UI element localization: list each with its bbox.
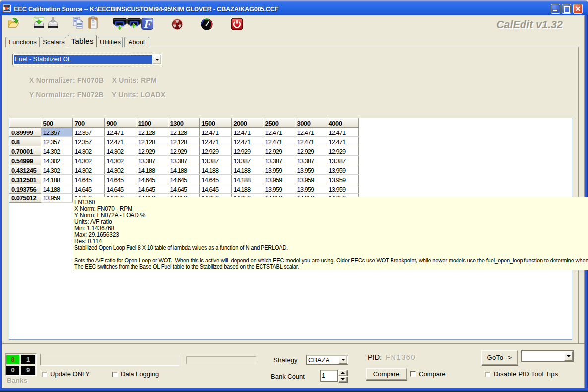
svg-text:F: F xyxy=(143,18,152,30)
